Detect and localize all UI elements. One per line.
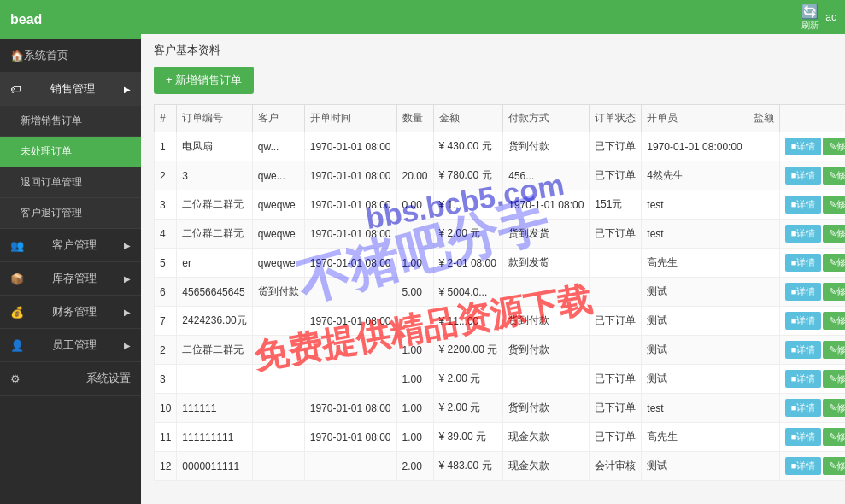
sidebar-item-inventory[interactable]: 📦 库存管理 ▶ xyxy=(0,262,141,296)
cell-payment: 货到付款 xyxy=(503,336,590,365)
cell-actions: ■详情✎修改✕删除 xyxy=(779,394,845,423)
cell-customer xyxy=(252,336,304,365)
sidebar-item-cancel-order[interactable]: 客户退订管理 xyxy=(0,198,141,229)
cell-balance xyxy=(748,336,779,365)
detail-button[interactable]: ■详情 xyxy=(785,341,822,359)
cell-qty: 2.00 xyxy=(396,452,433,481)
edit-button[interactable]: ✎修改 xyxy=(823,196,845,214)
cell-payment: 货到付款 xyxy=(503,307,590,336)
cell-time: 1970-01-01 08:00 xyxy=(304,190,396,220)
cell-num: 1 xyxy=(155,132,177,161)
cell-num: 5 xyxy=(155,249,177,278)
sidebar: bead 🏠 系统首页 🏷 销售管理 ▶ 新增销售订单 未处理订单 退回订单管理… xyxy=(0,0,141,504)
cell-operator: test xyxy=(642,190,748,220)
cell-qty xyxy=(396,132,433,161)
cell-num: 4 xyxy=(155,220,177,249)
sidebar-item-pending-order[interactable]: 未处理订单 xyxy=(0,137,141,167)
edit-button[interactable]: ✎修改 xyxy=(823,283,845,301)
cell-num: 3 xyxy=(155,365,177,394)
edit-button[interactable]: ✎修改 xyxy=(823,138,845,155)
cell-status: 已下订单 xyxy=(590,220,642,249)
sidebar-logo: bead xyxy=(0,0,141,39)
cell-balance xyxy=(748,307,779,336)
cell-balance xyxy=(748,161,779,190)
cell-qty: 1.00 xyxy=(396,365,433,394)
edit-button[interactable]: ✎修改 xyxy=(823,370,845,388)
tag-icon: 🏷 xyxy=(10,83,21,96)
detail-button[interactable]: ■详情 xyxy=(785,196,822,214)
detail-button[interactable]: ■详情 xyxy=(785,457,822,475)
table-row: 2二位群二群无1.00¥ 2200.00 元货到付款测试■详情✎修改✕删除 xyxy=(155,336,846,365)
cell-time xyxy=(304,365,396,394)
edit-button[interactable]: ✎修改 xyxy=(823,399,845,417)
cell-num: 2 xyxy=(155,161,177,190)
sidebar-item-new-order[interactable]: 新增销售订单 xyxy=(0,106,141,137)
detail-button[interactable]: ■详情 xyxy=(785,138,822,155)
detail-button[interactable]: ■详情 xyxy=(785,167,822,185)
cell-qty: 0.00 xyxy=(396,190,433,220)
refresh-button[interactable]: 🔄 刷新 xyxy=(801,3,819,32)
cell-actions: ■详情✎修改✕删除 xyxy=(779,190,845,220)
col-actions xyxy=(779,105,845,132)
sidebar-item-finance[interactable]: 💰 财务管理 ▶ xyxy=(0,296,141,329)
cell-customer: qweqwe xyxy=(252,190,304,220)
cell-balance xyxy=(748,249,779,278)
edit-button[interactable]: ✎修改 xyxy=(823,254,845,272)
edit-button[interactable]: ✎修改 xyxy=(823,312,845,330)
cell-num: 10 xyxy=(155,394,177,423)
cell-amount: ¥ 1... xyxy=(433,190,503,220)
edit-button[interactable]: ✎修改 xyxy=(823,428,845,446)
detail-button[interactable]: ■详情 xyxy=(785,254,822,272)
cell-actions: ■详情✎修改✕删除 xyxy=(779,336,845,365)
cell-qty: 1.00 xyxy=(396,336,433,365)
cell-time: 1970-01-01 08:00 xyxy=(304,161,396,190)
cell-amount: ¥ 780.00 元 xyxy=(433,161,503,190)
chevron-right-icon-2: ▶ xyxy=(124,241,131,250)
table-header-row: # 订单编号 客户 开单时间 数量 金额 付款方式 订单状态 开单员 盐额 xyxy=(155,105,846,132)
sidebar-item-return-order[interactable]: 退回订单管理 xyxy=(0,167,141,198)
sidebar-item-customer[interactable]: 👥 客户管理 ▶ xyxy=(0,229,141,262)
cell-status: 已下订单 xyxy=(590,423,642,452)
detail-button[interactable]: ■详情 xyxy=(785,283,822,301)
cell-operator: 4然先生 xyxy=(642,161,748,190)
content-area: 客户基本资料 + 新增销售订单 # 订单编号 客户 开单时间 数量 金额 付款方… xyxy=(141,34,845,504)
cell-order-no: 电风扇 xyxy=(177,132,252,161)
add-order-button[interactable]: + 新增销售订单 xyxy=(154,67,254,94)
cell-time: 1970-01-01 08:00 xyxy=(304,132,396,161)
cell-balance xyxy=(748,132,779,161)
cell-order-no: 二位群二群无 xyxy=(177,190,252,220)
cell-customer xyxy=(252,452,304,481)
table-row: 31.00¥ 2.00 元已下订单测试■详情✎修改✕删除 xyxy=(155,365,846,394)
cell-status xyxy=(590,249,642,278)
cell-customer: qweqwe xyxy=(252,220,304,249)
cell-payment: 现金欠款 xyxy=(503,452,590,481)
sidebar-item-staff[interactable]: 👤 员工管理 ▶ xyxy=(0,329,141,362)
cell-actions: ■详情✎修改✕删除 xyxy=(779,278,845,307)
edit-button[interactable]: ✎修改 xyxy=(823,225,845,243)
cell-customer: qw... xyxy=(252,132,304,161)
cell-amount: ¥ 430.00 元 xyxy=(433,132,503,161)
orders-table: # 订单编号 客户 开单时间 数量 金额 付款方式 订单状态 开单员 盐额 1电… xyxy=(154,104,845,481)
sidebar-customer-label: 客户管理 xyxy=(52,237,97,253)
sidebar-item-sales[interactable]: 🏷 销售管理 ▶ xyxy=(0,73,141,106)
edit-button[interactable]: ✎修改 xyxy=(823,167,845,185)
cell-amount: ¥ 11...00 xyxy=(433,307,503,336)
refresh-icon: 🔄 xyxy=(801,3,819,20)
detail-button[interactable]: ■详情 xyxy=(785,225,822,243)
detail-button[interactable]: ■详情 xyxy=(785,399,822,417)
cell-amount: ¥ 39.00 元 xyxy=(433,423,503,452)
sidebar-item-home[interactable]: 🏠 系统首页 xyxy=(0,39,141,73)
cell-balance xyxy=(748,394,779,423)
cell-customer: qwe... xyxy=(252,161,304,190)
refresh-label: 刷新 xyxy=(801,20,819,32)
sidebar-item-settings[interactable]: ⚙ 系统设置 xyxy=(0,362,141,396)
edit-button[interactable]: ✎修改 xyxy=(823,341,845,359)
user-label: ac xyxy=(825,11,836,23)
detail-button[interactable]: ■详情 xyxy=(785,370,822,388)
detail-button[interactable]: ■详情 xyxy=(785,428,822,446)
col-balance: 盐额 xyxy=(748,105,779,132)
cell-time xyxy=(304,452,396,481)
edit-button[interactable]: ✎修改 xyxy=(823,457,845,475)
cell-operator: test xyxy=(642,220,748,249)
detail-button[interactable]: ■详情 xyxy=(785,312,822,330)
